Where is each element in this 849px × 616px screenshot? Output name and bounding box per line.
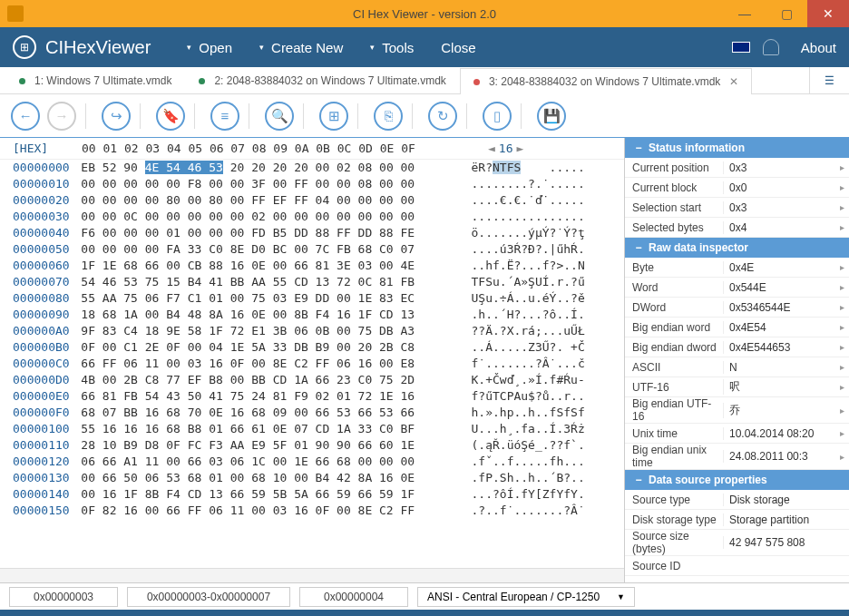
hex-ascii[interactable]: f˙.......?Â˙...č <box>472 356 625 372</box>
property-row[interactable]: Byte0x4E▸ <box>625 258 849 278</box>
language-flag-icon[interactable] <box>732 42 750 53</box>
property-row[interactable]: Source typeDisk storage <box>625 490 849 510</box>
property-row[interactable]: Unix time10.04.2014 08:20▸ <box>625 424 849 444</box>
hex-bytes[interactable]: F6 00 00 00 01 00 00 00 FD B5 DD 88 FF D… <box>81 225 444 241</box>
tab-3[interactable]: 3: 2048-83884032 on Windows 7 Ultimate.v… <box>460 68 752 94</box>
close-button[interactable]: ✕ <box>807 0 849 27</box>
hex-ascii[interactable]: K.+Čwď¸.»Í.f#Ŕu- <box>472 372 625 388</box>
hex-bytes[interactable]: 55 16 16 16 68 B8 01 66 61 0E 07 CD 1A 3… <box>81 421 444 437</box>
property-row[interactable]: Disk storage typeStorage partition <box>625 510 849 530</box>
property-row[interactable]: Big endian unix time24.08.2011 00:3▸ <box>625 444 849 470</box>
property-row[interactable]: Selected bytes0x4▸ <box>625 218 849 238</box>
hex-row[interactable]: 000000A09F 83 C4 18 9E 58 1F 72 E1 3B 06… <box>13 323 624 339</box>
hex-row[interactable]: 000000C066 FF 06 11 00 03 16 0F 00 8E C2… <box>13 356 624 372</box>
property-row[interactable]: DWord0x5346544E▸ <box>625 298 849 318</box>
hex-ascii[interactable]: ................ <box>472 209 625 225</box>
property-row[interactable]: Current block0x0▸ <box>625 178 849 198</box>
hex-row[interactable]: 0000001000 00 00 00 00 F8 00 00 3F 00 FF… <box>13 176 624 192</box>
save-button[interactable]: 💾 <box>537 102 566 131</box>
hex-ascii[interactable]: UŞu.÷Á..u.éÝ..?ě <box>472 290 625 307</box>
list-button[interactable]: ≡ <box>210 102 239 131</box>
expand-icon[interactable]: ▸ <box>834 222 849 232</box>
hex-row[interactable]: 0000008055 AA 75 06 F7 C1 01 00 75 03 E9… <box>13 290 624 307</box>
hex-bytes[interactable]: 0F 00 C1 2E 0F 00 04 1E 5A 33 DB B9 00 2… <box>81 339 444 356</box>
horizontal-scrollbar[interactable] <box>0 568 624 582</box>
page-right-icon[interactable]: ► <box>516 142 523 155</box>
hex-ascii[interactable]: ..Á.....Z3Ű?. +Č <box>472 339 625 356</box>
menu-open[interactable]: ▾Open <box>187 40 232 55</box>
nav-back-button[interactable]: ← <box>11 102 40 131</box>
minimize-button[interactable]: — <box>724 0 766 27</box>
expand-icon[interactable]: ▸ <box>834 202 849 212</box>
property-row[interactable]: Word0x544E▸ <box>625 278 849 298</box>
nav-forward-button[interactable]: → <box>47 102 76 131</box>
grid-button[interactable]: ⊞ <box>319 102 348 131</box>
property-row[interactable]: Selection start0x3▸ <box>625 198 849 218</box>
bookmark-button[interactable]: 🔖 <box>156 102 185 131</box>
hex-ascii[interactable]: .fˇ..f.....fh... <box>472 454 625 470</box>
property-row[interactable]: Source ID <box>625 556 849 576</box>
hex-row[interactable]: 000000E066 81 FB 54 43 50 41 75 24 81 F9… <box>13 388 624 405</box>
hex-ascii[interactable]: (.ąŘ.üóŞé_.??f`. <box>472 437 625 454</box>
hex-row[interactable]: 0000013000 66 50 06 53 68 01 00 68 10 00… <box>13 470 624 486</box>
refresh-button[interactable]: ↻ <box>428 102 457 131</box>
goto-button[interactable]: ↪ <box>102 102 131 131</box>
hex-ascii[interactable]: ëR?NTFS ..... <box>472 160 625 176</box>
hex-bytes[interactable]: 00 00 00 00 00 F8 00 00 3F 00 FF 00 00 0… <box>81 176 444 192</box>
menu-tools[interactable]: ▾Tools <box>370 40 414 55</box>
property-row[interactable]: Big endian word0x4E54▸ <box>625 318 849 337</box>
expand-icon[interactable]: ▸ <box>834 428 849 438</box>
section-data-source[interactable]: −Data source properties <box>625 470 849 490</box>
property-row[interactable]: Big endian dword0x4E544653▸ <box>625 337 849 357</box>
expand-icon[interactable]: ▸ <box>834 382 849 392</box>
hex-bytes[interactable]: 00 00 00 00 80 00 80 00 FF EF FF 04 00 0… <box>81 192 444 209</box>
hex-rows[interactable]: 00000000EB 52 90 4E 54 46 53 20 20 20 20… <box>0 160 624 568</box>
tab-close-icon[interactable]: ✕ <box>729 75 738 88</box>
property-row[interactable]: Current position0x3▸ <box>625 158 849 178</box>
hex-row[interactable]: 0000002000 00 00 00 80 00 80 00 FF EF FF… <box>13 192 624 209</box>
property-row[interactable]: UTF-16呎▸ <box>625 377 849 397</box>
hex-ascii[interactable]: h.».hp..h..fSfSf <box>472 405 625 421</box>
hex-ascii[interactable]: ....€.€.˙ď˙..... <box>472 192 625 209</box>
hex-ascii[interactable]: ...?ôÍ.fY[ZfYfY. <box>472 486 625 503</box>
copy-button[interactable]: ⎘ <box>374 102 403 131</box>
hex-row[interactable]: 0000007054 46 53 75 15 B4 41 BB AA 55 CD… <box>13 274 624 290</box>
hex-ascii[interactable]: ö.......ýµÝ?˙Ý?ţ <box>472 225 625 241</box>
section-raw-inspector[interactable]: −Raw data inspector <box>625 238 849 258</box>
hex-bytes[interactable]: 0F 82 16 00 66 FF 06 11 00 03 16 0F 00 8… <box>81 503 444 519</box>
hex-bytes[interactable]: 66 81 FB 54 43 50 41 75 24 81 F9 02 01 7… <box>81 388 444 405</box>
hex-bytes[interactable]: EB 52 90 4E 54 46 53 20 20 20 20 00 02 0… <box>81 160 444 176</box>
hex-bytes[interactable]: 4B 00 2B C8 77 EF B8 00 BB CD 1A 66 23 C… <box>81 372 444 388</box>
hex-bytes[interactable]: 68 07 BB 16 68 70 0E 16 68 09 00 66 53 6… <box>81 405 444 421</box>
hex-row[interactable]: 0000010055 16 16 16 68 B8 01 66 61 0E 07… <box>13 421 624 437</box>
hex-row[interactable]: 000000D04B 00 2B C8 77 EF B8 00 BB CD 1A… <box>13 372 624 388</box>
hex-row[interactable]: 0000005000 00 00 00 FA 33 C0 8E D0 BC 00… <box>13 241 624 258</box>
hex-ascii[interactable]: .h..´H?...?ô..Í. <box>472 307 625 323</box>
hex-row[interactable]: 0000009018 68 1A 00 B4 48 8A 16 0E 00 8B… <box>13 307 624 323</box>
hex-ascii[interactable]: .fP.Sh..h..´B?.. <box>472 470 625 486</box>
tab-2[interactable]: 2: 2048-83884032 on Windows 7 Ultimate.v… <box>185 67 459 93</box>
maximize-button[interactable]: ▢ <box>766 0 807 27</box>
expand-icon[interactable]: ▸ <box>834 302 849 312</box>
hex-bytes[interactable]: 18 68 1A 00 B4 48 8A 16 0E 00 8B F4 16 1… <box>81 307 444 323</box>
expand-icon[interactable]: ▸ <box>834 322 849 332</box>
hex-bytes[interactable]: 00 66 50 06 53 68 01 00 68 10 00 B4 42 8… <box>81 470 444 486</box>
page-left-icon[interactable]: ◄ <box>488 142 495 155</box>
hex-row[interactable]: 000000F068 07 BB 16 68 70 0E 16 68 09 00… <box>13 405 624 421</box>
hex-bytes[interactable]: 54 46 53 75 15 B4 41 BB AA 55 CD 13 72 0… <box>81 274 444 290</box>
hex-ascii[interactable]: ....ú3Ŕ?Đ?.|űhŔ. <box>472 241 625 258</box>
hex-bytes[interactable]: 55 AA 75 06 F7 C1 01 00 75 03 E9 DD 00 1… <box>81 290 444 307</box>
expand-icon[interactable]: ▸ <box>834 182 849 192</box>
hex-bytes[interactable]: 1F 1E 68 66 00 CB 88 16 0E 00 66 81 3E 0… <box>81 258 444 274</box>
hex-bytes[interactable]: 00 16 1F 8B F4 CD 13 66 59 5B 5A 66 59 6… <box>81 486 444 503</box>
menu-create-new[interactable]: ▾Create New <box>259 40 343 55</box>
search-button[interactable]: 🔍 <box>265 102 294 131</box>
expand-icon[interactable]: ▸ <box>834 162 849 172</box>
hex-bytes[interactable]: 00 00 00 00 FA 33 C0 8E D0 BC 00 7C FB 6… <box>81 241 444 258</box>
menu-about[interactable]: About <box>801 40 836 55</box>
expand-icon[interactable]: ▸ <box>834 282 849 292</box>
hex-bytes[interactable]: 28 10 B9 D8 0F FC F3 AA E9 5F 01 90 90 6… <box>81 437 444 454</box>
hex-row[interactable]: 00000000EB 52 90 4E 54 46 53 20 20 20 20… <box>13 160 624 176</box>
hex-row[interactable]: 0000014000 16 1F 8B F4 CD 13 66 59 5B 5A… <box>13 486 624 503</box>
tab-overflow-icon[interactable]: ☰ <box>809 67 849 93</box>
